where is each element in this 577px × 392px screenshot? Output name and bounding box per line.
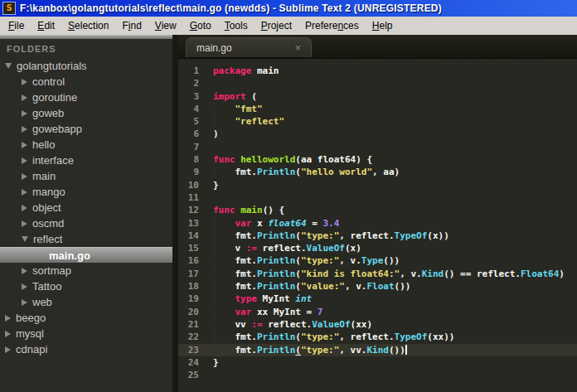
title-bar[interactable]: S F:\kanbox\golangtutorials\reflect\main… [0,0,577,17]
sidebar-scrollbar[interactable] [172,35,178,392]
folder-item-object[interactable]: object [0,200,178,215]
code-line-6[interactable]: 6) [178,128,577,140]
menu-item-help[interactable]: Help [366,17,400,35]
folder-item-web[interactable]: web [0,294,178,310]
expand-arrow-icon[interactable] [22,268,27,274]
code-line-22[interactable]: 22 fmt.Println("type:", reflect.TypeOf(x… [178,331,577,343]
expand-arrow-icon[interactable] [5,331,11,337]
code-line-10[interactable]: 10} [178,179,577,191]
code-line-18[interactable]: 18 fmt.Println("value:", v.Float()) [178,280,577,293]
expand-arrow-icon[interactable] [22,157,27,164]
line-number: 24 [178,356,206,369]
code-line-7[interactable]: 7 [178,141,577,153]
folder-item-golangtutorials[interactable]: golangtutorials [0,58,178,74]
folder-item-gowebapp[interactable]: gowebapp [0,121,178,137]
code-line-15[interactable]: 15 v := reflect.ValueOf(x) [178,242,577,254]
expand-arrow-icon[interactable] [22,283,27,290]
menu-item-preferences[interactable]: Preferences [298,17,366,35]
folder-item-control[interactable]: control [0,74,178,90]
folder-item-mango[interactable]: mango [0,184,178,200]
menu-item-selection[interactable]: Selection [61,17,115,35]
tab-close-icon[interactable]: × [294,42,301,53]
folder-item-interface[interactable]: interface [0,152,178,168]
folder-item-main[interactable]: main [0,168,178,184]
code-text: fmt.Println("type:", reflect.TypeOf(x)) [206,230,577,242]
code-text: "reflect" [206,115,577,128]
line-number: 15 [178,242,206,254]
tree-item-label: main [32,170,56,182]
menu-item-edit[interactable]: Edit [31,17,61,35]
expand-arrow-icon[interactable] [22,79,27,85]
expand-arrow-icon[interactable] [22,142,27,148]
code-line-2[interactable]: 2 [178,77,577,90]
code-line-14[interactable]: 14 fmt.Println("type:", reflect.TypeOf(x… [178,230,577,242]
folder-item-goweb[interactable]: goweb [0,105,178,121]
tree-item-label: gowebapp [32,123,82,135]
expand-arrow-icon[interactable] [22,173,27,180]
code-line-3[interactable]: 3import ( [178,90,577,103]
code-text: fmt.Println("hello world", aa) [206,166,577,178]
expand-arrow-icon[interactable] [22,205,27,211]
menu-item-project[interactable]: Project [255,17,298,35]
code-text [206,191,577,204]
editor-pane: main.go × 1package main23import (4 "fmt"… [178,35,577,392]
line-number: 9 [178,166,206,178]
code-text: "fmt" [206,103,577,115]
code-text: v := reflect.ValueOf(x) [206,242,577,254]
expand-arrow-icon[interactable] [22,110,27,117]
folder-item-mysql[interactable]: mysql [0,326,178,341]
menu-item-find[interactable]: Find [115,17,148,35]
folder-item-goroutine[interactable]: goroutine [0,90,178,105]
tab-main-go[interactable]: main.go × [186,37,312,57]
code-text: func main() { [206,204,577,216]
code-line-20[interactable]: 20 var xx MyInt = 7 [178,306,577,318]
collapse-arrow-icon[interactable] [22,236,28,242]
menu-item-file[interactable]: File [2,17,31,35]
code-line-8[interactable]: 8func helloworld(aa float64) { [178,153,577,166]
code-line-5[interactable]: 5 "reflect" [178,115,577,128]
code-line-4[interactable]: 4 "fmt" [178,103,577,115]
expand-arrow-icon[interactable] [22,220,27,227]
code-line-24[interactable]: 24} [178,356,577,369]
sublime-app-icon[interactable]: S [2,2,16,15]
folder-item-cdnapi[interactable]: cdnapi [0,341,178,357]
code-line-21[interactable]: 21 vv := reflect.ValueOf(xx) [178,318,577,331]
code-line-9[interactable]: 9 fmt.Println("hello world", aa) [178,166,577,178]
folder-item-reflect[interactable]: reflect [0,231,178,247]
collapse-arrow-icon[interactable] [5,63,12,69]
expand-arrow-icon[interactable] [22,94,27,101]
code-line-25[interactable]: 25 [178,369,577,381]
folder-item-tattoo[interactable]: Tattoo [0,278,178,294]
folder-item-hello[interactable]: hello [0,137,178,152]
code-line-17[interactable]: 17 fmt.Println("kind is float64:", v.Kin… [178,268,577,280]
menu-item-view[interactable]: View [148,17,183,35]
window-title: F:\kanbox\golangtutorials\reflect\main.g… [20,2,442,14]
folder-item-beego[interactable]: beego [0,310,178,326]
tree-item-label: web [32,296,52,308]
code-line-13[interactable]: 13 var x float64 = 3.4 [178,217,577,230]
code-line-11[interactable]: 11 [178,191,577,204]
code-line-23[interactable]: 23 fmt.Println("type:", vv.Kind()) [178,344,577,356]
code-text: func helloworld(aa float64) { [206,153,577,166]
expand-arrow-icon[interactable] [22,126,27,133]
file-item-main.go[interactable]: main.go [0,247,178,263]
expand-arrow-icon[interactable] [5,315,11,322]
tab-bar: main.go × [178,35,577,59]
tree-item-label: sortmap [32,264,71,277]
code-line-1[interactable]: 1package main [178,65,577,77]
folder-item-sortmap[interactable]: sortmap [0,263,178,278]
menu-item-tools[interactable]: Tools [218,17,255,35]
menu-item-goto[interactable]: Goto [183,17,218,35]
line-number: 21 [178,318,206,331]
code-area[interactable]: 1package main23import (4 "fmt"5 "reflect… [178,59,577,392]
folder-item-oscmd[interactable]: oscmd [0,215,178,231]
code-line-12[interactable]: 12func main() { [178,204,577,216]
expand-arrow-icon[interactable] [22,299,27,306]
tree-item-label: main.go [49,249,90,262]
line-number: 6 [178,128,206,140]
expand-arrow-icon[interactable] [22,189,27,196]
text-cursor [405,345,407,355]
code-line-16[interactable]: 16 fmt.Println("type:", v.Type()) [178,254,577,267]
code-line-19[interactable]: 19 type MyInt int [178,293,577,305]
expand-arrow-icon[interactable] [5,346,11,353]
